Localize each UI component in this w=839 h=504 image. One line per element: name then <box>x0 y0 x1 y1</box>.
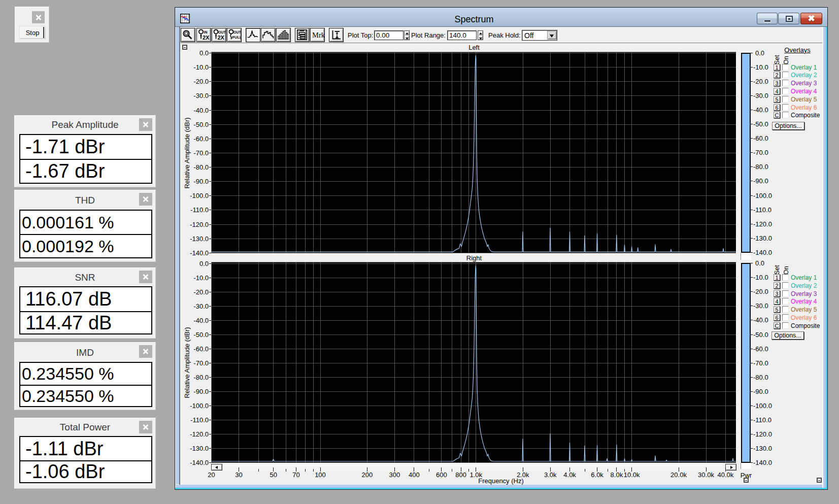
svg-text:IN: IN <box>204 30 208 34</box>
svg-text:OUT: OUT <box>233 30 241 34</box>
svg-text:FULL: FULL <box>232 35 242 40</box>
svg-text:Mrk: Mrk <box>312 31 324 39</box>
svg-text:2X: 2X <box>218 35 225 41</box>
svg-text:OUT: OUT <box>218 30 226 34</box>
svg-text:2X: 2X <box>203 35 210 41</box>
